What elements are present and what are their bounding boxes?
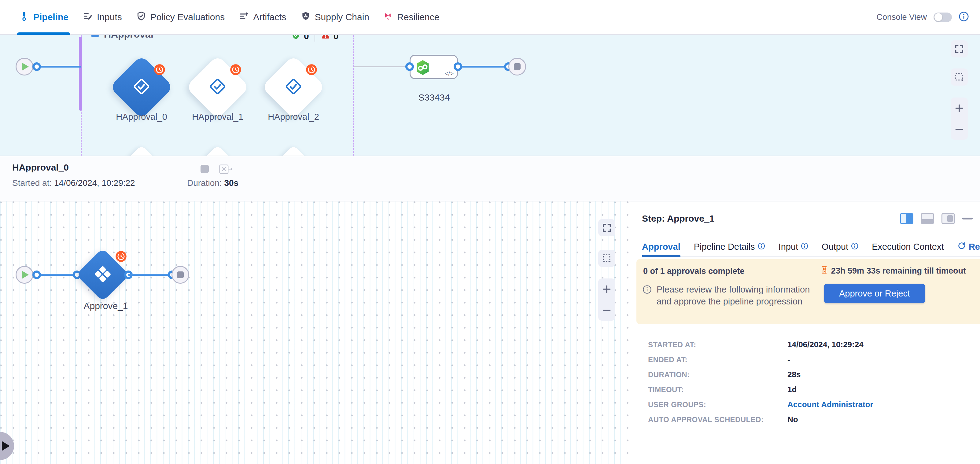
timeout-clock-badge[interactable] bbox=[115, 251, 127, 262]
timeout-clock-badge[interactable] bbox=[230, 64, 242, 76]
zoom-out-button[interactable] bbox=[598, 300, 615, 321]
nav-right: Console View bbox=[877, 11, 969, 23]
approval-stage-icon bbox=[93, 265, 112, 285]
tab-input[interactable]: Input bbox=[778, 237, 808, 256]
tab-inputs[interactable]: Inputs bbox=[83, 0, 122, 34]
execution-graph: Approve_1 bbox=[0, 202, 630, 464]
tab-resilience[interactable]: Resilience bbox=[383, 0, 439, 34]
approve-or-reject-button[interactable]: Approve or Reject bbox=[824, 284, 925, 303]
detail-label: STARTED AT: bbox=[648, 340, 788, 349]
tab-approval[interactable]: Approval bbox=[642, 237, 681, 256]
console-view-toggle[interactable] bbox=[934, 13, 952, 22]
artifacts-icon bbox=[239, 11, 249, 24]
marquee-select-button[interactable] bbox=[951, 68, 968, 86]
timeout-text: 23h 59m 33s remaining till timeout bbox=[831, 266, 966, 276]
info-icon[interactable] bbox=[801, 242, 808, 252]
tab-execution-context[interactable]: Execution Context bbox=[872, 237, 943, 256]
stage-badges: 0 0 bbox=[291, 35, 338, 41]
step-label: S33434 bbox=[395, 92, 474, 103]
panel-header: Step: Approve_1 bbox=[642, 213, 973, 224]
detail-value: - bbox=[788, 356, 873, 364]
connector-port bbox=[32, 62, 41, 71]
layout-bottom-icon[interactable] bbox=[921, 213, 934, 224]
divider bbox=[315, 35, 315, 41]
info-icon bbox=[643, 285, 652, 295]
policy-shield-icon bbox=[136, 11, 146, 24]
zoom-out-button[interactable] bbox=[951, 119, 968, 140]
tab-supply-chain[interactable]: Supply Chain bbox=[301, 0, 369, 34]
tab-label: Pipeline bbox=[33, 12, 68, 22]
tab-pipeline[interactable]: Pipeline bbox=[19, 0, 68, 34]
zoom-in-button[interactable] bbox=[598, 278, 615, 300]
detail-label: USER GROUPS: bbox=[648, 400, 788, 409]
tab-label: Artifacts bbox=[253, 12, 286, 22]
pipeline-end-node[interactable] bbox=[508, 58, 526, 76]
detail-value: 14/06/2024, 10:29:24 bbox=[788, 340, 873, 349]
error-count: 0 bbox=[334, 35, 339, 41]
info-icon[interactable] bbox=[959, 11, 969, 23]
pipeline-start-node[interactable] bbox=[16, 58, 33, 76]
refresh-button[interactable]: Re bbox=[958, 242, 980, 252]
info-icon[interactable] bbox=[758, 242, 765, 252]
connector-port bbox=[32, 270, 41, 279]
tab-artifacts[interactable]: Artifacts bbox=[239, 0, 286, 34]
skip-condition-icon[interactable] bbox=[219, 164, 233, 176]
execution-start-node[interactable] bbox=[16, 266, 33, 284]
stage-name[interactable]: HApproval bbox=[104, 35, 153, 40]
supply-chain-shield-icon bbox=[301, 11, 311, 24]
expand-left-panel-handle[interactable] bbox=[0, 432, 14, 460]
approval-step-icon bbox=[132, 76, 152, 98]
expand-arrow-icon bbox=[2, 441, 10, 451]
panel-tabs: Approval Pipeline Details Input Output E… bbox=[642, 237, 980, 257]
layout-floating-icon[interactable] bbox=[942, 213, 955, 224]
step-node-partial bbox=[120, 145, 163, 156]
message-line: and approve the pipeline progression bbox=[657, 296, 833, 308]
detail-value: 28s bbox=[788, 370, 873, 379]
toggle-knob bbox=[934, 13, 942, 21]
fullscreen-button[interactable] bbox=[951, 40, 968, 57]
tab-output[interactable]: Output bbox=[822, 237, 858, 256]
user-groups-link[interactable]: Account Administrator bbox=[788, 400, 873, 409]
collapse-stage-icon[interactable] bbox=[91, 35, 99, 37]
status-square-icon[interactable] bbox=[200, 165, 209, 173]
play-icon bbox=[22, 271, 29, 279]
tab-label: Policy Evaluations bbox=[150, 12, 225, 22]
marquee-select-button[interactable] bbox=[598, 250, 615, 267]
pipeline-execution-page: Pipeline Inputs Policy Evaluations Artif… bbox=[0, 0, 980, 464]
timeout-clock-badge[interactable] bbox=[305, 64, 317, 76]
approval-details: STARTED AT: 14/06/2024, 10:29:24 ENDED A… bbox=[648, 340, 873, 424]
step-label: HApproval_2 bbox=[254, 112, 333, 122]
detail-value: 1d bbox=[788, 385, 873, 394]
approval-step-icon bbox=[208, 76, 228, 98]
approval-banner: 0 of 1 approvals complete 23h 59m 33s re… bbox=[636, 259, 980, 324]
fullscreen-button[interactable] bbox=[598, 219, 615, 236]
hourglass-icon bbox=[820, 265, 829, 276]
summary-step-title: HApproval_0 bbox=[12, 162, 69, 173]
connector-line bbox=[128, 274, 170, 276]
resilience-chaos-icon bbox=[383, 11, 393, 23]
step-node-partial bbox=[272, 145, 315, 156]
tab-policy-evaluations[interactable]: Policy Evaluations bbox=[136, 0, 225, 34]
step-label: HApproval_0 bbox=[102, 112, 181, 122]
panel-title: Step: Approve_1 bbox=[642, 213, 714, 224]
panel-layout-controls bbox=[900, 213, 973, 224]
detail-label: TIMEOUT: bbox=[648, 385, 788, 394]
info-icon[interactable] bbox=[851, 242, 858, 252]
started-label: Started at: bbox=[12, 178, 52, 188]
approval-progress: 0 of 1 approvals complete bbox=[643, 267, 745, 276]
timeout-clock-badge[interactable] bbox=[154, 64, 165, 76]
layout-right-icon[interactable] bbox=[900, 213, 913, 224]
success-count: 0 bbox=[304, 35, 309, 41]
connector-port bbox=[453, 62, 462, 71]
detail-label: AUTO APPROVAL SCHEDULED: bbox=[648, 415, 788, 424]
step-node-s33434[interactable]: </> bbox=[410, 55, 458, 79]
tab-label: Resilience bbox=[397, 12, 439, 22]
tab-pipeline-details[interactable]: Pipeline Details bbox=[694, 237, 765, 256]
pipeline-icon bbox=[19, 11, 29, 24]
execution-end-node[interactable] bbox=[172, 266, 189, 284]
zoom-in-button[interactable] bbox=[951, 97, 968, 119]
started-value: 14/06/2024, 10:29:22 bbox=[54, 178, 135, 188]
step-summary-bar: HApproval_0 Started at: 14/06/2024, 10:2… bbox=[0, 156, 980, 202]
minimize-panel-icon[interactable] bbox=[962, 218, 973, 219]
success-shield-icon bbox=[291, 35, 301, 41]
